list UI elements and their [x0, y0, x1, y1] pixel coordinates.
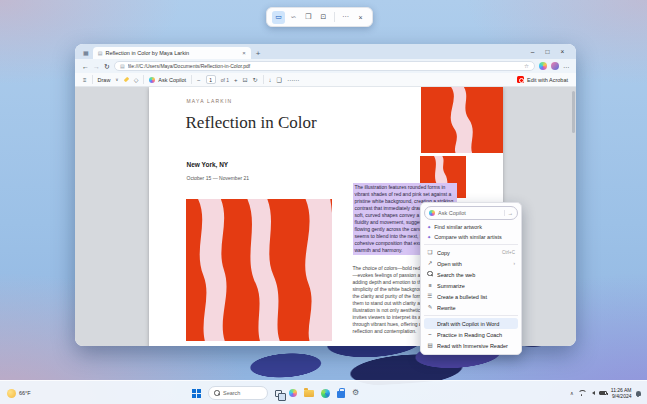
menu-item-search-web[interactable]: Search the web [424, 269, 518, 280]
menu-divider [424, 315, 518, 316]
ask-copilot-button[interactable]: Ask Copilot [149, 77, 186, 83]
tab-title: Reflection in Color by Maya Larkin [105, 50, 239, 56]
save-icon[interactable] [269, 77, 272, 83]
search-icon [214, 390, 220, 396]
summarize-icon [427, 283, 433, 289]
menu-item-immersive-reader[interactable]: Read with Immersive Reader [424, 340, 518, 351]
reading-coach-icon [427, 332, 433, 338]
menu-item-label: Create a bulleted list [437, 294, 515, 300]
copilot-icon[interactable] [539, 62, 547, 70]
back-icon[interactable] [82, 63, 89, 70]
menu-item-draft-with-copilot[interactable]: Draft with Copilot in Word [424, 318, 518, 329]
more-tools-icon[interactable]: ⋯ [287, 77, 299, 83]
document-title: Reflection in Color [186, 113, 317, 133]
copy-icon [427, 250, 433, 256]
tab-reflection-in-color[interactable]: Reflection in Color by Maya Larkin [93, 47, 251, 59]
immersive-reader-icon [427, 343, 433, 349]
shortcut-label: Ctrl+C [502, 250, 515, 255]
document-location: New York, NY [187, 161, 229, 168]
menu-item-copy[interactable]: Copy Ctrl+C [424, 247, 518, 258]
divider [263, 75, 264, 84]
file-explorer-icon[interactable] [304, 390, 314, 397]
menu-item-label: Copy [437, 250, 498, 256]
close-window-button[interactable] [555, 44, 570, 59]
scrollbar[interactable] [572, 91, 575, 133]
menu-item-bulleted-list[interactable]: Create a bulleted list [424, 291, 518, 302]
zoom-out-icon[interactable] [197, 77, 201, 83]
copilot-icon [429, 210, 435, 216]
chevron-right-icon [514, 261, 516, 266]
task-view-icon[interactable] [275, 390, 282, 397]
tab-bar: Reflection in Color by Maya Larkin [75, 44, 576, 59]
profile-avatar[interactable] [551, 62, 559, 70]
fit-to-page-icon[interactable] [242, 77, 247, 83]
menu-item-label: Summarize [437, 283, 515, 289]
url-text: file:///C:/Users/Maya/Documents/Reflecti… [128, 63, 521, 69]
new-tab-button[interactable] [256, 49, 261, 58]
menu-item-rewrite[interactable]: Rewrite [424, 302, 518, 313]
copilot-taskbar-icon[interactable] [289, 389, 297, 397]
settings-icon[interactable] [352, 389, 359, 397]
tab-actions-icon[interactable] [83, 49, 89, 56]
store-icon[interactable] [337, 391, 345, 398]
chevron-down-icon[interactable] [115, 76, 118, 83]
browser-menu-icon[interactable] [563, 63, 569, 70]
favorite-star-icon[interactable] [524, 63, 529, 69]
menu-item-reading-coach[interactable]: Practice in Reading Coach [424, 329, 518, 340]
minimize-button[interactable] [525, 44, 540, 59]
refresh-icon[interactable] [104, 63, 110, 70]
menu-item-open-with[interactable]: Open with [424, 258, 518, 269]
forward-icon[interactable] [93, 63, 100, 70]
zoom-in-icon[interactable] [234, 77, 238, 83]
more-options-icon[interactable] [339, 11, 352, 24]
menu-item-summarize[interactable]: Summarize [424, 280, 518, 291]
menu-item-label: Search the web [437, 272, 515, 278]
notification-bell-icon[interactable] [636, 391, 642, 396]
context-menu: Ask Copilot Find similar artwork Compare… [420, 202, 522, 355]
volume-icon[interactable] [590, 391, 595, 395]
weather-temp: 66°F [19, 390, 31, 396]
maximize-button[interactable] [540, 44, 555, 59]
eraser-icon[interactable] [134, 77, 139, 83]
draw-button[interactable]: Draw [98, 77, 111, 83]
weather-widget[interactable]: 66°F [7, 381, 31, 404]
battery-icon[interactable] [599, 391, 607, 396]
tab-close-icon[interactable] [242, 50, 246, 56]
suggestion-compare-artists[interactable]: Compare with similar artists [424, 232, 518, 242]
search-label: Search [223, 390, 240, 396]
wifi-icon[interactable] [578, 390, 586, 396]
menu-item-label: Draft with Copilot in Word [437, 321, 515, 327]
highlighter-icon[interactable] [123, 77, 129, 83]
pdf-favicon-icon [98, 51, 103, 56]
menu-item-label: Rewrite [437, 305, 515, 311]
window-snip-icon[interactable] [302, 11, 315, 24]
suggestion-find-similar-artwork[interactable]: Find similar artwork [424, 222, 518, 232]
toc-menu-icon[interactable] [83, 77, 87, 83]
taskbar: 66°F Search 11:26 AM 9/4/2024 [0, 380, 647, 404]
rotate-icon[interactable] [253, 77, 258, 83]
divider [92, 75, 93, 84]
document-icon [120, 64, 125, 69]
menu-item-label: Practice in Reading Coach [437, 332, 515, 338]
taskbar-search[interactable]: Search [208, 386, 268, 400]
close-icon[interactable] [354, 11, 367, 24]
page-number-input[interactable]: 1 [206, 75, 216, 84]
search-icon [427, 271, 433, 277]
divider [143, 75, 144, 84]
ask-copilot-label: Ask Copilot [158, 77, 186, 83]
edit-with-acrobat-button[interactable]: Edit with Acrobat [517, 76, 568, 83]
ask-copilot-input[interactable]: Ask Copilot [424, 206, 518, 220]
edge-icon[interactable] [321, 389, 330, 398]
start-button[interactable] [192, 389, 201, 398]
hidden-icons-chevron[interactable] [570, 390, 574, 396]
freeform-select-icon[interactable] [287, 11, 300, 24]
clock[interactable]: 11:26 AM 9/4/2024 [611, 387, 632, 400]
rectangle-select-icon[interactable] [272, 11, 285, 24]
print-icon[interactable] [277, 77, 282, 83]
suggestion-label: Compare with similar artists [434, 234, 502, 240]
url-box[interactable]: file:///C:/Users/Maya/Documents/Reflecti… [114, 61, 535, 71]
suggestion-label: Find similar artwork [434, 224, 482, 230]
send-icon[interactable] [504, 210, 514, 216]
taskbar-center: Search [192, 381, 359, 404]
fullscreen-snip-icon[interactable] [317, 11, 330, 24]
